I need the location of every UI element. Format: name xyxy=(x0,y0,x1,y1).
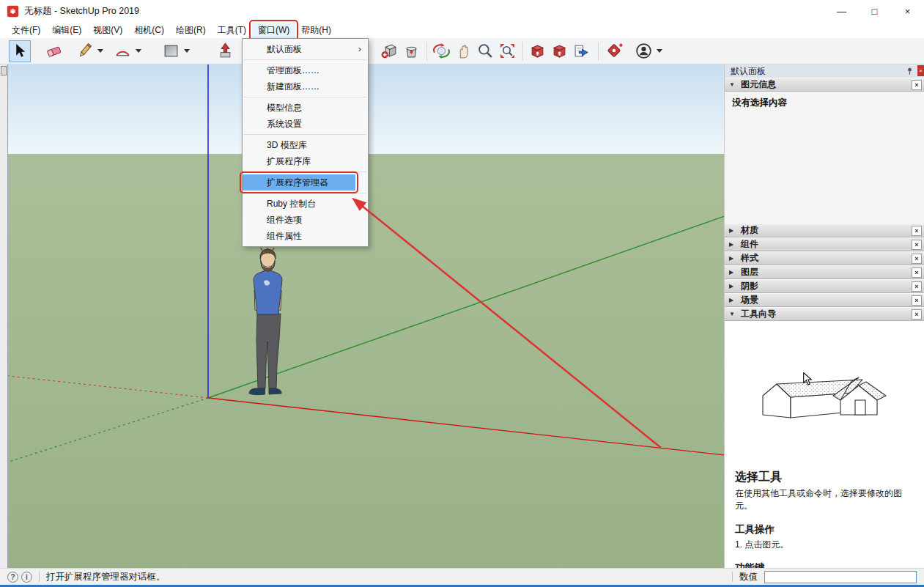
geolocation-icon[interactable]: ? xyxy=(7,572,18,583)
credits-info-icon[interactable]: i xyxy=(21,572,32,583)
menu-item-manage-trays[interactable]: 管理面板…… xyxy=(243,62,368,78)
collapsed-arrow-icon[interactable]: ▶ xyxy=(729,255,736,262)
menu-item-component-attributes[interactable]: 组件属性 xyxy=(243,228,368,244)
make-component-icon xyxy=(381,43,398,59)
menu-item-model-info[interactable]: 模型信息 xyxy=(243,100,368,116)
minimize-button[interactable]: — xyxy=(825,0,858,22)
instructor-heading: 选择工具 xyxy=(735,470,914,485)
make-component-button[interactable] xyxy=(378,40,400,62)
menu-item-component-options[interactable]: 组件选项 xyxy=(243,212,368,228)
section-close-icon[interactable]: × xyxy=(912,295,922,306)
expanded-arrow-icon[interactable]: ▼ xyxy=(729,81,736,88)
measurements-area: 数值 xyxy=(725,571,920,583)
section-close-icon[interactable]: × xyxy=(912,281,922,292)
entity-info-content: 没有选择内容 xyxy=(725,92,924,224)
menu-draw[interactable]: 绘图(R) xyxy=(170,23,212,38)
section-shadows[interactable]: ▶ 阴影 × xyxy=(725,279,924,293)
orbit-tool-button[interactable] xyxy=(430,40,452,62)
section-close-icon[interactable]: × xyxy=(912,309,922,320)
house-sketch-image xyxy=(754,343,895,429)
section-close-icon[interactable]: × xyxy=(912,240,922,250)
section-instructor[interactable]: ▼ 工具向导 × xyxy=(725,307,924,321)
line-tool-dropdown-arrow[interactable] xyxy=(97,49,103,53)
shapes-tool-dropdown-arrow[interactable] xyxy=(184,49,190,53)
toolbar-separator xyxy=(522,42,523,61)
menu-item-extension-warehouse[interactable]: 扩展程序库 xyxy=(243,153,368,169)
sign-in-dropdown-arrow[interactable] xyxy=(657,49,662,53)
share-model-button[interactable] xyxy=(548,40,570,62)
extension-warehouse-button[interactable] xyxy=(603,40,625,62)
get-models-icon xyxy=(529,43,546,59)
line-tool-button[interactable] xyxy=(73,40,95,62)
paint-bucket-button[interactable] xyxy=(400,40,422,62)
section-title: 组件 xyxy=(741,238,758,251)
main-area: 默认面板 × ▼ 图元信息 × 没有选择内容 ▶ 材质 × ▶ xyxy=(0,64,924,568)
menu-edit[interactable]: 编辑(E) xyxy=(46,23,87,38)
menu-item-preferences[interactable]: 系统设置 xyxy=(243,116,368,132)
menu-file[interactable]: 文件(F) xyxy=(6,23,46,38)
menu-item-default-tray[interactable]: 默认面板 › xyxy=(243,41,368,57)
arc-tool-button[interactable] xyxy=(111,40,133,62)
menu-window[interactable]: 窗口(W) xyxy=(252,23,295,38)
shapes-tool-button[interactable] xyxy=(160,40,182,62)
submenu-arrow-icon: › xyxy=(358,41,361,57)
section-title: 材质 xyxy=(741,224,758,237)
maximize-button[interactable]: □ xyxy=(858,0,891,22)
section-layers[interactable]: ▶ 图层 × xyxy=(725,265,924,279)
person-figure-component[interactable] xyxy=(243,248,297,401)
collapsed-arrow-icon[interactable]: ▶ xyxy=(729,227,736,234)
section-entity-info[interactable]: ▼ 图元信息 × xyxy=(725,78,924,92)
arc-tool-dropdown-arrow[interactable] xyxy=(136,49,141,53)
collapsed-arrow-icon[interactable]: ▶ xyxy=(729,297,736,303)
section-materials[interactable]: ▶ 材质 × xyxy=(725,224,924,237)
pin-icon[interactable] xyxy=(906,67,914,75)
zoom-icon xyxy=(477,43,494,59)
menu-item-new-tray[interactable]: 新建面板…… xyxy=(243,78,368,95)
collapsed-arrow-icon[interactable]: ▶ xyxy=(729,269,736,276)
tray-header[interactable]: 默认面板 × xyxy=(725,64,924,78)
expanded-arrow-icon[interactable]: ▼ xyxy=(729,311,736,317)
sign-in-button[interactable] xyxy=(632,40,654,62)
menu-camera[interactable]: 相机(C) xyxy=(128,23,170,38)
tray-title: 默认面板 xyxy=(731,65,766,78)
menu-item-ruby-console[interactable]: Ruby 控制台 xyxy=(243,196,368,212)
dock-grip-icon[interactable] xyxy=(1,66,7,75)
section-components[interactable]: ▶ 组件 × xyxy=(725,237,924,251)
section-scenes[interactable]: ▶ 场景 × xyxy=(725,293,924,307)
get-models-button[interactable] xyxy=(526,40,548,62)
menu-separator xyxy=(244,97,366,97)
push-pull-tool-button[interactable] xyxy=(214,40,236,62)
menu-item-extension-manager[interactable]: 扩展程序管理器 xyxy=(243,174,355,191)
section-close-icon[interactable]: × xyxy=(912,226,922,236)
menu-item-3d-warehouse[interactable]: 3D 模型库 xyxy=(243,137,368,153)
instructor-illustration xyxy=(754,343,895,432)
menu-separator xyxy=(244,171,366,172)
default-tray-panel: 默认面板 × ▼ 图元信息 × 没有选择内容 ▶ 材质 × ▶ xyxy=(724,64,924,568)
section-close-icon[interactable]: × xyxy=(912,80,922,90)
select-tool-button[interactable] xyxy=(9,40,31,62)
collapsed-arrow-icon[interactable]: ▶ xyxy=(729,283,736,289)
zoom-extents-button[interactable] xyxy=(496,40,518,62)
section-close-icon[interactable]: × xyxy=(912,254,922,264)
pan-tool-button[interactable] xyxy=(452,40,474,62)
arc-icon xyxy=(114,43,131,59)
menu-view[interactable]: 视图(V) xyxy=(87,23,128,38)
close-button[interactable]: × xyxy=(891,0,924,22)
section-title: 图层 xyxy=(741,266,758,278)
section-close-icon[interactable]: × xyxy=(912,267,922,278)
window-menu-dropdown: 默认面板 › 管理面板…… 新建面板…… 模型信息 系统设置 3D 模型库 扩展… xyxy=(242,38,369,247)
eraser-tool-button[interactable] xyxy=(42,40,64,62)
send-to-layout-button[interactable] xyxy=(570,40,592,62)
zoom-tool-button[interactable] xyxy=(474,40,496,62)
send-to-layout-icon xyxy=(573,43,590,59)
tray-close-button[interactable]: × xyxy=(917,65,924,76)
measurements-input[interactable] xyxy=(764,571,917,583)
menu-tools[interactable]: 工具(T) xyxy=(212,23,252,38)
collapsed-arrow-icon[interactable]: ▶ xyxy=(729,241,736,248)
instructor-step: 1. 点击图元。 xyxy=(735,539,914,551)
section-styles[interactable]: ▶ 样式 × xyxy=(725,251,924,265)
extension-warehouse-icon xyxy=(606,43,623,59)
menu-help[interactable]: 帮助(H) xyxy=(295,23,337,38)
statusbar-separator xyxy=(39,572,40,582)
section-title: 样式 xyxy=(741,252,758,265)
